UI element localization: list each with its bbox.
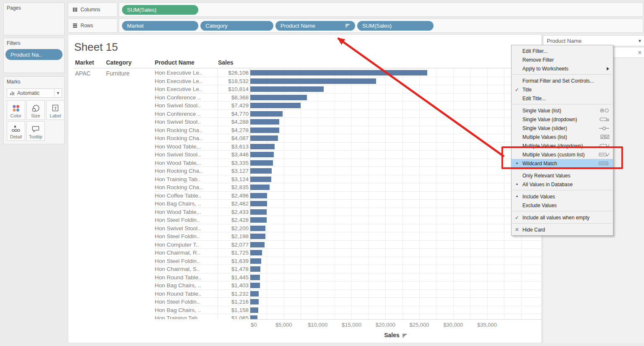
sales-bar[interactable] — [250, 144, 275, 149]
product-name-cell[interactable]: Hon Steel Foldin.. — [155, 217, 214, 223]
menu-item-single-value-list[interactable]: Single Value (list) — [512, 106, 613, 115]
sort-icon[interactable] — [402, 333, 407, 338]
sales-bar[interactable] — [250, 70, 427, 75]
sales-value-cell[interactable]: $2,200 — [215, 225, 249, 232]
sales-value-cell[interactable]: $1,065 — [215, 315, 249, 319]
sales-bar[interactable] — [250, 86, 324, 92]
sales-value-cell[interactable]: $1,639 — [215, 258, 249, 264]
product-name-cell[interactable]: Hon Round Table.. — [155, 291, 214, 297]
product-name-cell[interactable]: Hon Steel Foldin.. — [155, 233, 214, 239]
sales-value-cell[interactable]: $3,613 — [215, 143, 249, 150]
product-name-cell[interactable]: Hon Bag Chairs, .. — [155, 200, 214, 207]
sales-value-cell[interactable]: $1,445 — [215, 274, 249, 281]
sales-value-cell[interactable]: $3,124 — [215, 176, 249, 182]
product-name-cell[interactable]: Hon Computer T.. — [155, 242, 214, 248]
menu-item-hide-card[interactable]: ✕Hide Card — [512, 225, 613, 234]
sales-bar[interactable] — [250, 299, 259, 304]
sales-bar[interactable] — [250, 160, 273, 166]
tooltip-button[interactable]: Tooltip — [26, 121, 45, 141]
sales-value-cell[interactable]: $2,428 — [215, 217, 249, 223]
sales-value-cell[interactable]: $2,462 — [215, 200, 249, 207]
product-name-cell[interactable]: Hon Training Tab.. — [155, 315, 214, 319]
pill-category[interactable]: Category — [200, 21, 273, 31]
sales-value-cell[interactable]: $4,288 — [215, 119, 249, 125]
product-name-cell[interactable]: Hon Executive Le.. — [155, 70, 214, 76]
sales-bar[interactable] — [250, 103, 301, 108]
product-name-cell[interactable]: Hon Steel Foldin.. — [155, 258, 214, 264]
sales-bar[interactable] — [250, 217, 267, 223]
menu-item-edit-title[interactable]: Edit Title... — [512, 94, 613, 103]
sales-value-cell[interactable]: $8,368 — [215, 94, 249, 101]
sales-value-cell[interactable]: $1,478 — [215, 266, 249, 272]
size-button[interactable]: Size — [26, 100, 45, 120]
chevron-down-icon[interactable]: ▼ — [54, 89, 62, 97]
sales-value-cell[interactable]: $2,198 — [215, 233, 249, 239]
menu-item-exclude-values[interactable]: Exclude Values — [512, 201, 613, 210]
sales-value-cell[interactable]: $10,814 — [215, 86, 249, 92]
menu-item-title[interactable]: ✓Title — [512, 85, 613, 94]
menu-item-include-values[interactable]: •Include Values — [512, 192, 613, 201]
sales-bar[interactable] — [250, 266, 260, 272]
product-name-cell[interactable]: Hon Wood Table,.. — [155, 209, 214, 215]
sales-value-cell[interactable]: $26,106 — [215, 70, 249, 76]
sales-value-cell[interactable]: $1,403 — [215, 282, 249, 289]
sales-bar[interactable] — [250, 275, 260, 280]
menu-item-edit-filter[interactable]: Edit Filter... — [512, 47, 613, 55]
sales-value-cell[interactable]: $4,770 — [215, 111, 249, 117]
sales-bar[interactable] — [250, 315, 257, 319]
sales-value-cell[interactable]: $1,232 — [215, 291, 249, 297]
pill-product-name[interactable]: Product Name — [275, 21, 355, 31]
sales-value-cell[interactable]: $4,087 — [215, 135, 249, 141]
sales-bar[interactable] — [250, 226, 265, 231]
sales-bar[interactable] — [250, 258, 261, 264]
sales-bar[interactable] — [250, 250, 262, 255]
menu-item-only-relevant-values[interactable]: Only Relevant Values — [512, 171, 613, 180]
sales-bar[interactable] — [250, 78, 376, 84]
menu-item-include-all-values-when-empty[interactable]: ✓Include all values when empty — [512, 213, 613, 222]
mark-type-dropdown[interactable]: Automatic ▼ — [7, 88, 62, 98]
x-axis-title[interactable]: Sales — [250, 332, 541, 338]
sales-bar[interactable] — [250, 119, 279, 125]
pill-sum-sales-[interactable]: SUM(Sales) — [122, 5, 198, 15]
product-name-cell[interactable]: Hon Rocking Cha.. — [155, 168, 214, 174]
menu-item-apply-to-worksheets[interactable]: Apply to Worksheets — [512, 64, 613, 73]
menu-item-remove-filter[interactable]: Remove Filter — [512, 55, 613, 64]
sales-value-cell[interactable]: $1,216 — [215, 299, 249, 305]
product-name-cell[interactable]: Hon Coffee Table.. — [155, 193, 214, 199]
sales-bar[interactable] — [250, 127, 279, 133]
product-name-cell[interactable]: Hon Training Tab.. — [155, 176, 214, 182]
product-name-cell[interactable]: Hon Round Table.. — [155, 274, 214, 281]
detail-button[interactable]: Detail — [7, 121, 25, 141]
filter-pill-product-name[interactable]: Product Na.. — [5, 49, 62, 60]
label-button[interactable]: T Label — [46, 100, 65, 120]
product-name-cell[interactable]: Hon Swivel Stool.. — [155, 225, 214, 232]
sales-value-cell[interactable]: $3,335 — [215, 160, 249, 166]
product-name-cell[interactable]: Hon Wood Table,.. — [155, 160, 214, 166]
sales-value-cell[interactable]: $2,077 — [215, 242, 249, 248]
product-name-cell[interactable]: Hon Swivel Stool.. — [155, 102, 214, 109]
product-name-cell[interactable]: Hon Conference .. — [155, 111, 214, 117]
product-name-cell[interactable]: Hon Executive Le.. — [155, 78, 214, 84]
sales-bar[interactable] — [250, 234, 265, 239]
menu-item-single-value-dropdown[interactable]: Single Value (dropdown) — [512, 115, 613, 124]
sales-bar[interactable] — [250, 283, 260, 288]
product-name-cell[interactable]: Hon Conference .. — [155, 94, 214, 101]
product-name-cell[interactable]: Hon Bag Chairs, .. — [155, 282, 214, 289]
sales-bar[interactable] — [250, 307, 258, 313]
pill-sum-sales-[interactable]: SUM(Sales) — [357, 21, 434, 31]
product-name-cell[interactable]: Hon Swivel Stool.. — [155, 151, 214, 158]
sales-value-cell[interactable]: $2,835 — [215, 184, 249, 190]
sales-bar[interactable] — [250, 242, 265, 247]
product-name-cell[interactable]: Hon Swivel Stool.. — [155, 119, 214, 125]
menu-item-single-value-slider[interactable]: Single Value (slider) — [512, 124, 613, 133]
menu-item-multiple-values-list[interactable]: Multiple Values (list) — [512, 133, 613, 141]
product-name-cell[interactable]: Hon Wood Table,.. — [155, 143, 214, 150]
product-name-cell[interactable]: Hon Steel Foldin.. — [155, 299, 214, 305]
sales-bar[interactable] — [250, 291, 259, 297]
sales-bar[interactable] — [250, 185, 270, 190]
product-name-cell[interactable]: Hon Chairmat, S.. — [155, 266, 214, 272]
sales-value-cell[interactable]: $18,532 — [215, 78, 249, 84]
sales-bar[interactable] — [250, 111, 283, 117]
menu-item-all-values-in-database[interactable]: •All Values in Database — [512, 180, 613, 189]
pill-market[interactable]: Market — [122, 21, 198, 31]
